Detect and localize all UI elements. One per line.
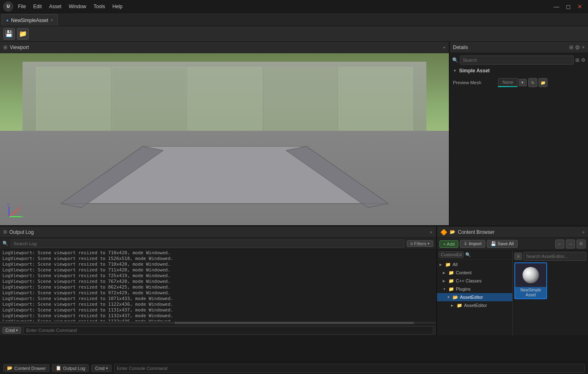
cb-add-button[interactable]: + Add — [439, 240, 458, 248]
active-tab[interactable]: ● NewSimpleAsset × — [2, 14, 58, 26]
output-log-search-input[interactable] — [11, 240, 404, 248]
status-output-log-button[interactable]: 📋 Output Log — [52, 364, 89, 372]
details-settings-icon[interactable]: ⚙ — [575, 44, 580, 51]
cb-save-all-button[interactable]: 💾 Save All — [487, 240, 518, 248]
cb-import-button[interactable]: ⇩ Import — [460, 240, 485, 248]
tab-close-icon[interactable]: × — [51, 18, 53, 22]
tree-folder-all: 📁 — [445, 262, 451, 267]
menu-asset[interactable]: Asset — [46, 2, 65, 11]
tree-arrow-plugins: ▼ — [443, 287, 447, 291]
cb-settings-btn[interactable]: ⚙ — [577, 240, 586, 249]
output-log-header: ⊞ Output Log × — [0, 226, 436, 238]
status-cmd-input[interactable] — [114, 364, 585, 373]
log-line: LogViewport: Scene viewport resized to 8… — [2, 284, 433, 290]
cmd-input[interactable] — [23, 326, 433, 334]
log-line: LogViewport: Scene viewport resized to 9… — [2, 290, 433, 296]
output-log-close-icon[interactable]: × — [430, 230, 433, 235]
details-close-icon[interactable]: × — [582, 45, 585, 50]
log-scrollbar[interactable] — [0, 322, 436, 324]
save-button[interactable]: 💾 — [3, 28, 15, 40]
viewport-panel-label: Viewport — [10, 45, 29, 50]
dropdown-arrow-icon: ▼ — [520, 81, 524, 85]
status-output-log-icon: 📋 — [56, 365, 61, 371]
log-line: LogViewport: Scene viewport resized to 1… — [2, 319, 433, 321]
details-cog-icon[interactable]: ⚙ — [581, 57, 586, 63]
tree-folder-content: 📁 — [448, 270, 454, 275]
cb-asset-filter-btn[interactable]: ≡ — [514, 253, 522, 260]
content-drawer-button[interactable]: 📂 Content Drawer — [3, 364, 50, 372]
output-log-search-bar: 🔍 ≡ Filters ▾ — [0, 238, 436, 249]
filters-button[interactable]: ≡ Filters ▾ — [407, 240, 433, 247]
viewport-close-icon[interactable]: × — [443, 45, 446, 50]
output-log-content[interactable]: LogViewport: Scene viewport resized to 7… — [0, 249, 436, 321]
menu-help[interactable]: Help — [109, 2, 126, 11]
toolbar: 💾 📁 — [0, 26, 588, 42]
content-drawer-label: Content Drawer — [14, 366, 46, 371]
asset-tile-name: NewSimple Asset — [515, 287, 546, 298]
minimize-button[interactable]: — — [551, 2, 562, 11]
log-line: LogViewport: Scene viewport resized to 1… — [2, 302, 433, 307]
cb-save-all-label: 💾 Save All — [491, 241, 514, 246]
maximize-button[interactable]: ◻ — [563, 2, 573, 11]
cb-nav-forward-btn[interactable]: → — [566, 240, 575, 249]
asset-picker-folder-btn[interactable]: 📁 — [538, 78, 547, 87]
asset-picker-dropdown[interactable]: ▼ — [518, 79, 527, 86]
tree-item-all[interactable]: ▶ 📁 All — [437, 260, 512, 269]
tree-item-asseteditor2[interactable]: ▶ 📁 AssetEditor — [437, 301, 512, 309]
output-log-label: Output Log — [9, 229, 34, 235]
cmd-dropdown-button[interactable]: Cmd ▾ — [2, 327, 21, 334]
tree-label-plugins: Plugins — [456, 287, 471, 291]
cb-nav-back-btn[interactable]: ← — [555, 240, 564, 249]
output-log-panel: ⊞ Output Log × 🔍 ≡ Filters ▾ LogViewport… — [0, 226, 436, 335]
output-log-search-icon: 🔍 — [2, 241, 8, 246]
close-button[interactable]: ✕ — [575, 2, 585, 11]
tree-arrow-ae2: ▶ — [451, 304, 455, 307]
tree-folder-plugins: 📁 — [448, 287, 454, 292]
menu-window[interactable]: Window — [65, 2, 90, 11]
viewport-panel: ⊞ Viewport × — [0, 42, 449, 226]
cb-close-icon[interactable]: × — [582, 230, 585, 235]
tree-item-content[interactable]: ▶ 📁 Content — [437, 269, 512, 277]
log-scrollbar-thumb[interactable] — [174, 322, 414, 324]
cb-tree-search-icon: 🔍 — [465, 252, 471, 258]
log-line: LogViewport: Scene viewport resized to 1… — [2, 313, 433, 319]
title-bar: U File Edit Asset Window Tools Help — ◻ … — [0, 0, 588, 13]
tree-label-cpp: C++ Classes — [456, 278, 482, 283]
menu-edit[interactable]: Edit — [30, 2, 45, 11]
details-grid-icon[interactable]: ⊞ — [569, 45, 573, 50]
log-line: LogViewport: Scene viewport resized to 1… — [2, 307, 433, 313]
cb-tree-filter-label: CustomEd — [439, 251, 464, 258]
tree-item-plugins[interactable]: ▼ 📁 Plugins — [437, 285, 512, 293]
tree-item-asseteditor1[interactable]: ▼ 📂 AssetEditor — [437, 293, 512, 301]
ue-logo: U — [3, 2, 13, 11]
viewport-panel-icon: ⊞ — [3, 45, 7, 50]
cb-assets-grid: NewSimple Asset — [514, 262, 586, 299]
status-cmd-button[interactable]: Cmd ▾ — [91, 365, 111, 372]
details-search-input[interactable] — [460, 56, 574, 65]
details-search: 🔍 ⊞ ⚙ — [450, 53, 588, 66]
asset-picker-browse-btn[interactable]: ↻ — [528, 78, 537, 87]
tree-folder-cpp: 📁 — [448, 278, 454, 284]
simple-asset-section: ▼ Simple Asset Preview Mesh None ▼ ↻ 📁 — [450, 66, 588, 90]
status-output-log-label: Output Log — [63, 366, 85, 371]
menu-tools[interactable]: Tools — [90, 2, 108, 11]
menu-file[interactable]: File — [15, 2, 29, 11]
details-panel-label: Details — [453, 45, 468, 50]
folder-button[interactable]: 📁 — [17, 28, 29, 40]
details-grid-view-icon[interactable]: ⊞ — [575, 57, 579, 63]
tree-folder-ae2: 📁 — [457, 303, 462, 308]
svg-text:X: X — [20, 205, 22, 208]
cb-tree-scroll[interactable]: ▶ 📁 All ▶ 📁 Content ▶ 📁 C++ Classes ▼ 📁 — [437, 260, 512, 335]
cb-assets-area: ≡ NewSimple Asset — [513, 250, 588, 335]
viewport-canvas[interactable]: X Y Z ↖ — [0, 53, 449, 226]
cb-panel-icon: 📂 — [450, 229, 455, 235]
tab-label: NewSimpleAsset — [11, 18, 48, 23]
section-collapse-btn[interactable]: ▼ Simple Asset — [453, 66, 585, 75]
cb-add-label: + Add — [443, 242, 455, 246]
cb-asset-search-input[interactable] — [523, 252, 586, 261]
tree-item-cpp[interactable]: ▶ 📁 C++ Classes — [437, 277, 512, 285]
cb-tree-panel: CustomEd 🔍 ▶ 📁 All ▶ 📁 Content ▶ 📁 — [437, 250, 513, 335]
asset-picker-box[interactable]: None — [498, 78, 518, 86]
asset-tile-newsimpleasset[interactable]: NewSimple Asset — [514, 262, 547, 299]
tree-label-ae1: AssetEditor — [460, 295, 483, 300]
